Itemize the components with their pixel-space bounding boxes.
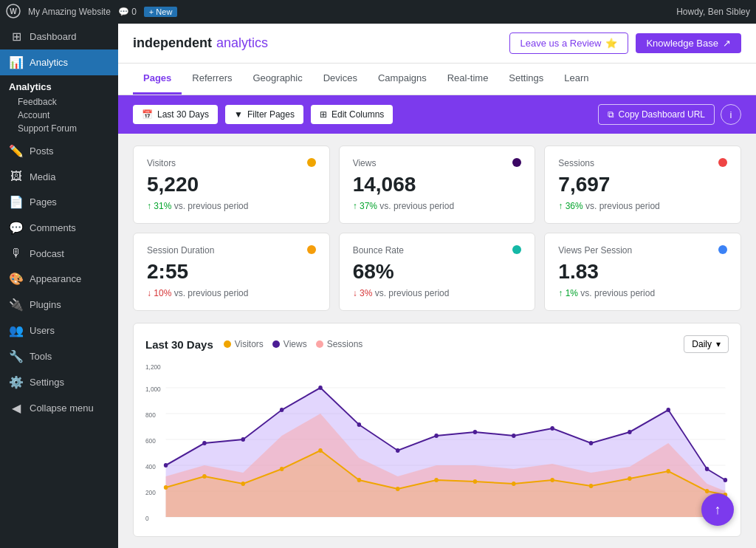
tab-realtime[interactable]: Real-time: [437, 64, 499, 95]
logo-analytics: analytics: [216, 35, 268, 51]
new-button[interactable]: + New: [144, 7, 178, 17]
comments-icon: 💬: [9, 221, 24, 235]
sidebar-collapse-menu[interactable]: ◀ Collapse menu: [0, 395, 118, 421]
plugin-logo: independent analytics: [133, 35, 268, 51]
tools-icon: 🔧: [9, 349, 24, 363]
sidebar-item-users[interactable]: 👥 Users: [0, 318, 118, 343]
external-link-icon: ↗: [723, 38, 731, 49]
sidebar-item-comments[interactable]: 💬 Comments: [0, 215, 118, 241]
svg-point-22: [434, 434, 439, 438]
media-label: Media: [30, 171, 55, 182]
stat-label: Sessions: [558, 158, 727, 168]
comment-icon[interactable]: 💬 0: [118, 7, 137, 17]
collapse-icon: ◀: [9, 401, 24, 415]
stat-value: 1.83: [558, 260, 727, 284]
stat-dot: [718, 245, 727, 254]
tab-campaigns[interactable]: Campaigns: [368, 64, 437, 95]
info-icon: i: [730, 109, 732, 120]
period-label: Daily: [692, 339, 712, 349]
svg-point-30: [724, 478, 728, 482]
stat-change: ↑ 36% vs. previous period: [558, 201, 727, 211]
date-range-button[interactable]: 📅 Last 30 Days: [133, 105, 218, 124]
chart-title: Last 30 Days: [145, 338, 213, 351]
plugin-header-right: Leave us a Review ⭐ Knowledge Base ↗: [509, 32, 741, 54]
pages-label: Pages: [30, 196, 57, 208]
columns-icon: ⊞: [320, 109, 327, 120]
svg-point-24: [512, 434, 516, 438]
stat-card-views: Views 14,068 ↑ 37% vs. previous period: [339, 145, 536, 224]
svg-point-41: [550, 478, 554, 482]
svg-point-31: [164, 485, 168, 490]
legend-item-visitors: Visitors: [224, 339, 264, 349]
legend-dot: [316, 340, 323, 348]
tab-learn[interactable]: Learn: [554, 64, 599, 95]
tab-referrers[interactable]: Referrers: [182, 64, 242, 95]
svg-text:600: 600: [145, 437, 156, 445]
pages-icon: 📄: [9, 195, 24, 209]
sidebar-sub-account[interactable]: Account: [0, 109, 118, 122]
sidebar-item-settings[interactable]: ⚙️ Settings: [0, 369, 118, 395]
stat-value: 68%: [353, 260, 522, 284]
svg-point-36: [357, 478, 362, 482]
edit-columns-button[interactable]: ⊞ Edit Columns: [311, 105, 393, 124]
sidebar-item-analytics[interactable]: 📊 Analytics: [0, 49, 118, 75]
chart-header: Last 30 Days Visitors Views Sessions Dai…: [145, 335, 729, 353]
legend-dot: [272, 340, 280, 348]
svg-point-43: [628, 476, 632, 481]
sidebar-item-dashboard[interactable]: ⊞ Dashboard: [0, 24, 118, 49]
sidebar-item-tools[interactable]: 🔧 Tools: [0, 343, 118, 369]
svg-point-25: [550, 426, 554, 431]
svg-point-37: [396, 487, 400, 491]
svg-text:Aug 14: Aug 14: [312, 523, 329, 524]
stat-vs: vs. previous period: [174, 288, 249, 298]
info-button[interactable]: i: [721, 104, 741, 125]
main-content: independent analytics Leave us a Review …: [118, 24, 756, 548]
sidebar-item-podcast[interactable]: 🎙 Podcast: [0, 241, 118, 266]
stat-label: Session Duration: [147, 245, 316, 256]
stat-card-sessions: Sessions 7,697 ↑ 36% vs. previous period: [544, 145, 741, 224]
svg-point-35: [318, 448, 323, 453]
tab-devices[interactable]: Devices: [313, 64, 368, 95]
svg-point-32: [202, 474, 207, 479]
review-button[interactable]: Leave us a Review ⭐: [509, 32, 629, 54]
sidebar-item-posts[interactable]: ✏️ Posts: [0, 138, 118, 164]
admin-bar-right: Howdy, Ben Sibley: [676, 7, 750, 17]
wp-icon[interactable]: W: [6, 4, 21, 21]
svg-point-34: [280, 467, 284, 471]
svg-point-16: [202, 441, 207, 445]
stat-card-bounce-rate: Bounce Rate 68% ↓ 3% vs. previous period: [339, 233, 536, 311]
stat-label: Visitors: [147, 158, 316, 168]
sidebar-item-appearance[interactable]: 🎨 Appearance: [0, 266, 118, 292]
chart-svg: 0 200 400 600 800 1,000 1,200: [145, 362, 729, 524]
tab-pages[interactable]: Pages: [133, 64, 182, 95]
svg-point-38: [434, 478, 439, 482]
svg-text:Aug 10: Aug 10: [235, 523, 252, 524]
svg-text:Aug 18: Aug 18: [389, 523, 406, 524]
stat-vs: vs. previous period: [379, 201, 454, 211]
sidebar-item-pages[interactable]: 📄 Pages: [0, 189, 118, 215]
calendar-icon: 📅: [142, 109, 153, 120]
sidebar-sub-support[interactable]: Support Forum: [0, 122, 118, 135]
site-name[interactable]: My Amazing Website: [28, 7, 111, 17]
analytics-icon: 📊: [9, 55, 24, 69]
chevron-down-icon: ▾: [716, 339, 721, 349]
knowledge-base-button[interactable]: Knowledge Base ↗: [636, 33, 741, 53]
admin-bar: W My Amazing Website 💬 0 + New Howdy, Be…: [0, 0, 756, 24]
stat-vs: vs. previous period: [585, 201, 660, 211]
plugin-header: independent analytics Leave us a Review …: [118, 24, 756, 64]
star-icon: ⭐: [605, 38, 617, 49]
filter-pages-button[interactable]: ▼ Filter Pages: [225, 105, 303, 124]
svg-text:W: W: [10, 7, 17, 16]
tab-geographic[interactable]: Geographic: [243, 64, 313, 95]
plugins-icon: 🔌: [9, 298, 24, 312]
copy-url-button[interactable]: ⧉ Copy Dashboard URL: [598, 104, 715, 125]
scroll-up-button[interactable]: ↑: [701, 493, 734, 526]
tab-settings[interactable]: Settings: [498, 64, 554, 95]
sidebar-item-plugins[interactable]: 🔌 Plugins: [0, 292, 118, 318]
period-selector[interactable]: Daily ▾: [684, 335, 729, 353]
sidebar-sub-feedback[interactable]: Feedback: [0, 95, 118, 109]
edit-columns-label: Edit Columns: [331, 109, 384, 120]
sidebar-item-media[interactable]: 🖼 Media: [0, 164, 118, 189]
stat-change: ↑ 37% vs. previous period: [353, 201, 522, 211]
comments-label: Comments: [30, 222, 76, 233]
